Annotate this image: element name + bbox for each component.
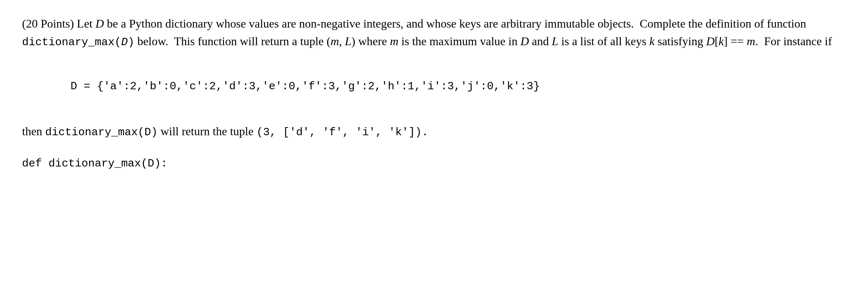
def-line-text: def dictionary_max(D):: [22, 157, 167, 170]
var-L-1: L: [345, 35, 351, 48]
var-m-3: m: [747, 35, 755, 48]
problem-container: (20 Points) Let D be a Python dictionary…: [22, 15, 845, 172]
var-m-2: m: [390, 35, 398, 48]
var-L-2: L: [552, 35, 558, 48]
code-example-block: D = {'a':2,'b':0,'c':2,'d':3,'e':0,'f':3…: [44, 62, 845, 111]
var-k-2: k: [719, 35, 724, 48]
var-D-1: D: [95, 17, 104, 30]
var-k-1: k: [650, 35, 655, 48]
then-word: then: [22, 125, 42, 138]
var-D-3: D: [706, 35, 715, 48]
var-m-1: m: [330, 35, 339, 48]
then-line: then dictionary_max(D) will return the t…: [22, 122, 845, 141]
problem-description: (20 Points) Let D be a Python dictionary…: [22, 15, 845, 51]
points-label: (20 Points): [22, 17, 74, 30]
function-name-inline: dictionary_max(D): [22, 36, 134, 49]
code-example-text: D = {'a':2,'b':0,'c':2,'d':3,'e':0,'f':3…: [70, 80, 540, 93]
will-return-text: will return the tuple: [160, 125, 253, 138]
var-D-2: D: [520, 35, 529, 48]
def-block: def dictionary_max(D):: [22, 155, 845, 172]
return-value-inline: (3, ['d', 'f', 'i', 'k']).: [256, 126, 428, 139]
function-call-inline: dictionary_max(D): [45, 126, 158, 139]
